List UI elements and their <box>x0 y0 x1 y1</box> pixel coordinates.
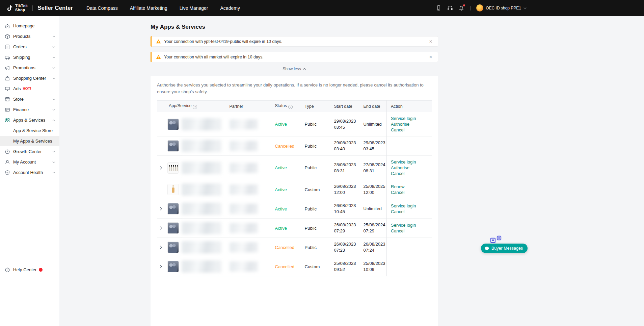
action-authorise[interactable]: Authorise <box>391 165 429 171</box>
nav-affiliate-marketing[interactable]: Affiliate Marketing <box>130 5 167 11</box>
status-text: Active <box>275 122 287 127</box>
description: Authorise the services you selected to s… <box>157 82 431 95</box>
action-service-login[interactable]: Service login <box>391 116 429 121</box>
buyer-messages-label: Buyer Messages <box>491 246 523 251</box>
gauge-icon <box>5 149 10 154</box>
sidebar-item-orders[interactable]: Orders <box>0 42 59 52</box>
partner-name-redacted <box>230 184 258 195</box>
hot-badge: HOT! <box>23 87 31 91</box>
end-date: 27/08/2024 <box>364 162 384 168</box>
partner-name-redacted <box>230 204 258 214</box>
action-cancel[interactable]: Cancel <box>391 228 429 234</box>
end-time: 08:31 <box>364 168 384 174</box>
product-name[interactable]: Seller Center <box>37 5 73 11</box>
status-text: Cancelled <box>275 245 295 250</box>
notification-dot <box>463 4 465 6</box>
apps-services-card: Authorise the services you selected to s… <box>151 76 438 326</box>
alert-banner: Your connection with ypt-test-0419-publi… <box>151 36 438 47</box>
action-service-login[interactable]: Service login <box>391 222 429 228</box>
sidebar-item-finance[interactable]: Finance <box>0 104 59 115</box>
sidebar-label: Homepage <box>13 23 35 28</box>
action-service-login[interactable]: Service login <box>391 203 429 209</box>
end-time: 07:24 <box>364 247 384 253</box>
app-thumbnail <box>167 184 179 195</box>
sidebar-item-shopping-center[interactable]: Shopping Center <box>0 73 59 83</box>
sidebar-item-help-center[interactable]: Help Center <box>0 265 59 275</box>
buyer-messages-button[interactable]: Buyer Messages <box>481 244 528 253</box>
table-row: Active Public 26/08/202307:29 25/08/2024… <box>157 219 432 238</box>
chevron-down-icon <box>52 56 55 58</box>
action-cancel[interactable]: Cancel <box>391 190 429 195</box>
sidebar-item-growth-center[interactable]: Growth Center <box>0 146 59 157</box>
page-title: My Apps & Services <box>151 16 438 30</box>
expand-row-icon[interactable] <box>160 226 167 230</box>
end-time: 10:09 <box>364 267 384 273</box>
type-text: Custom <box>305 264 320 269</box>
end-time: 07:29 <box>364 228 384 234</box>
sidebar-label: Ads <box>13 86 21 91</box>
app-thumbnail <box>167 242 179 253</box>
app-thumbnail <box>167 119 179 130</box>
sidebar-item-homepage[interactable]: Homepage <box>0 21 59 31</box>
status-text: Active <box>275 226 287 231</box>
sidebar-label: App & Service Store <box>13 128 53 133</box>
table-row: Active Public 26/08/202310:45 Unlimited … <box>157 199 432 219</box>
billboard-icon <box>5 86 10 92</box>
sidebar-item-shipping[interactable]: Shipping <box>0 52 59 62</box>
nav-data-compass[interactable]: Data Compass <box>86 5 118 11</box>
account-menu[interactable]: OEC ID shop PPE1 <box>476 4 527 11</box>
sidebar-label: Store <box>13 97 24 102</box>
sidebar-item-store[interactable]: Store <box>0 94 59 104</box>
action-cancel[interactable]: Cancel <box>391 209 429 215</box>
partner-name-redacted <box>230 119 258 129</box>
sidebar-item-promotions[interactable]: Promotions <box>0 62 59 73</box>
action-authorise[interactable]: Authorise <box>391 121 429 127</box>
sidebar-label: Products <box>13 34 30 39</box>
sidebar-item-my-apps-services[interactable]: My Apps & Services <box>0 136 59 146</box>
app-name-redacted <box>182 162 221 174</box>
action-service-login[interactable]: Service login <box>391 159 429 165</box>
tiktok-shop-logo[interactable]: TikTok Shop <box>6 4 28 12</box>
start-date: 25/08/2023 <box>334 260 358 267</box>
type-text: Public <box>305 144 317 149</box>
status-text: Cancelled <box>275 264 295 269</box>
type-text: Public <box>305 122 317 127</box>
logo-wordmark: TikTok Shop <box>15 4 28 12</box>
action-cancel[interactable]: Cancel <box>391 127 429 133</box>
sidebar-item-my-account[interactable]: My Account <box>0 157 59 167</box>
topbar: TikTok Shop Seller Center Data Compass A… <box>0 0 644 16</box>
show-less-toggle[interactable]: Show less <box>151 67 438 71</box>
expand-row-icon[interactable] <box>160 166 167 170</box>
close-icon[interactable] <box>428 39 434 45</box>
expand-row-icon[interactable] <box>160 246 167 249</box>
notifications-bell-icon[interactable] <box>459 5 464 11</box>
expand-row-icon[interactable] <box>160 207 167 210</box>
action-renew[interactable]: Renew <box>391 184 429 190</box>
expand-row-icon[interactable] <box>160 265 167 268</box>
type-text: Public <box>305 245 317 250</box>
storefront-icon <box>5 97 10 102</box>
help-icon[interactable] <box>288 105 293 109</box>
sidebar-item-ads[interactable]: Ads HOT! <box>0 83 59 94</box>
start-time: 07:23 <box>334 247 358 253</box>
sidebar-item-apps-services[interactable]: Apps & Services <box>0 115 59 125</box>
app-thumbnail <box>167 162 179 174</box>
support-headset-icon[interactable] <box>447 5 453 11</box>
topbar-divider <box>470 6 471 10</box>
sidebar-item-products[interactable]: Products <box>0 31 59 42</box>
type-text: Public <box>305 226 317 231</box>
nav-academy[interactable]: Academy <box>220 5 240 11</box>
close-icon[interactable] <box>428 54 434 60</box>
chevron-down-icon <box>52 98 55 100</box>
help-icon[interactable] <box>193 105 197 109</box>
nav-live-manager[interactable]: Live Manager <box>180 5 208 11</box>
tiktok-note-icon <box>6 4 14 12</box>
start-date: 26/08/2023 <box>334 203 358 209</box>
sidebar-item-app-service-store[interactable]: App & Service Store <box>0 125 59 136</box>
action-cancel[interactable]: Cancel <box>391 171 429 176</box>
sidebar-item-account-health[interactable]: Account Health <box>0 167 59 178</box>
col-header-action: Action <box>387 101 432 112</box>
sidebar: Homepage Products Orders Shipping Promot… <box>0 16 59 326</box>
mobile-app-icon[interactable] <box>436 5 441 11</box>
warning-icon <box>156 39 161 44</box>
